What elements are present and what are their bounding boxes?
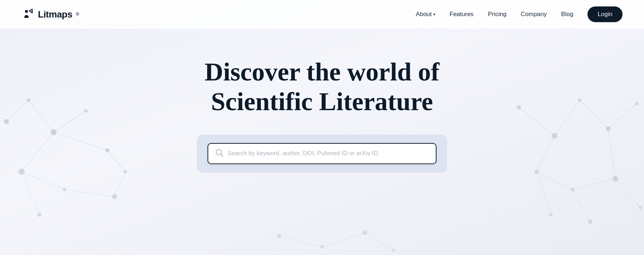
nav-link-features[interactable]: Features [450, 11, 474, 18]
search-box [208, 143, 436, 164]
search-icon [215, 149, 223, 158]
svg-line-16 [64, 190, 114, 197]
svg-line-37 [572, 179, 615, 190]
chevron-down-icon: ▾ [433, 12, 435, 17]
svg-line-18 [114, 172, 125, 197]
hero-title: Discover the world of Scientific Literat… [205, 57, 440, 117]
navbar: Litmaps® About ▾ Features Pricing Compan… [0, 0, 644, 29]
nav-item-features[interactable]: Features [450, 11, 474, 18]
nav-item-blog[interactable]: Blog [561, 11, 573, 18]
nav-links: About ▾ Features Pricing Company Blog Lo… [416, 6, 623, 22]
svg-line-54 [221, 154, 223, 156]
svg-line-47 [322, 232, 365, 247]
svg-line-48 [365, 232, 394, 250]
logo-icon [21, 8, 34, 21]
svg-line-39 [572, 190, 590, 222]
hero-section: Discover the world of Scientific Literat… [0, 29, 644, 173]
svg-line-36 [537, 172, 572, 190]
search-wrapper [197, 134, 447, 173]
nav-item-pricing[interactable]: Pricing [488, 11, 507, 18]
svg-point-49 [25, 10, 28, 13]
nav-link-pricing[interactable]: Pricing [488, 11, 507, 18]
svg-line-46 [279, 236, 322, 247]
logo-reg: ® [76, 12, 79, 17]
login-button[interactable]: Login [587, 6, 623, 22]
logo-text: Litmaps [38, 9, 72, 20]
svg-line-38 [615, 179, 640, 207]
nav-link-about[interactable]: About ▾ [416, 11, 435, 18]
nav-item-company[interactable]: Company [521, 11, 547, 18]
nav-link-blog[interactable]: Blog [561, 11, 573, 18]
nav-item-about[interactable]: About ▾ [416, 11, 435, 18]
svg-line-40 [537, 172, 551, 215]
search-input[interactable] [228, 150, 429, 157]
nav-link-company[interactable]: Company [521, 11, 547, 18]
logo[interactable]: Litmaps® [21, 8, 79, 21]
nav-item-login[interactable]: Login [587, 6, 623, 22]
